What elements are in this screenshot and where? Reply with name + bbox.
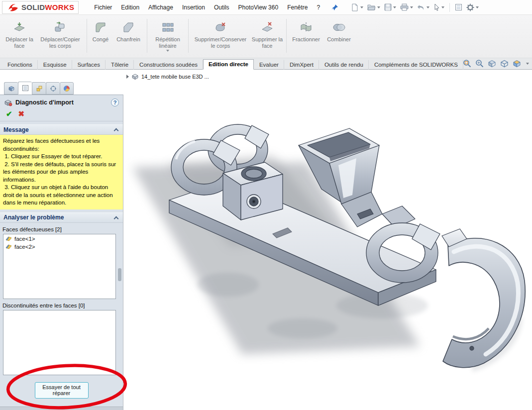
section-view-button[interactable] [487, 59, 497, 68]
feature-statistics-button[interactable] [453, 2, 464, 12]
list-item-face-1[interactable]: face<1> [3, 234, 115, 242]
displaymanager-tab[interactable] [60, 82, 74, 95]
ok-button[interactable]: ✔ [6, 109, 12, 118]
zoom-fit-button[interactable] [462, 59, 472, 68]
save-floppy-icon [384, 3, 392, 11]
ribbon-button-label: Supprimer/Conserver le corps [192, 36, 249, 49]
ribbon-linear-pattern-button[interactable]: Répétition linéaire [149, 18, 186, 54]
move-copy-bodies-icon [54, 20, 67, 35]
menu-edition[interactable]: Edition [116, 1, 144, 13]
printer-icon [400, 3, 409, 11]
select-cursor-icon [433, 3, 440, 11]
tab-evaluer[interactable]: Evaluer [254, 60, 284, 70]
caret-down-icon [441, 6, 444, 8]
configurationmanager-tab[interactable] [32, 82, 46, 95]
message-box: Réparez les faces défectueuses et les di… [0, 135, 123, 209]
zoom-area-button[interactable] [475, 59, 484, 68]
ribbon-move-copy-bodies-button[interactable]: Déplacer/Copier les corps [36, 18, 85, 51]
list-item-face-2[interactable]: face<2> [3, 242, 115, 250]
tab-dimxpert[interactable]: DimXpert [284, 60, 319, 70]
message-section-header[interactable]: Message [0, 124, 123, 135]
analyze-header-label: Analyser le problème [3, 214, 64, 221]
save-button[interactable] [383, 2, 398, 12]
propertymanager-tab[interactable] [18, 82, 32, 95]
gaps-label: Discontinuités entre les faces [0] [2, 303, 121, 308]
menu-photoview-360[interactable]: PhotoView 360 [234, 1, 283, 13]
face-icon [5, 236, 12, 242]
ribbon-fillet-button[interactable]: Congé [89, 18, 112, 45]
display-style-button[interactable] [512, 59, 522, 68]
graphics-viewport[interactable]: 14_tete mobile buse E3D ... [123, 70, 532, 410]
ribbon-button-label: Chanfrein [116, 36, 140, 43]
panel-title-row: Diagnostic d'import ? [0, 95, 123, 108]
tab-fonctions[interactable]: Fonctions [2, 60, 38, 70]
new-document-button[interactable] [349, 2, 365, 12]
tab-edition-directe[interactable]: Edition directe [203, 59, 254, 70]
panel-scrollbar-handle[interactable] [118, 268, 121, 281]
propertymanager-tab-icon [22, 85, 29, 92]
ribbon-combine-button[interactable]: Combiner [323, 18, 354, 45]
caret-down-icon [526, 63, 529, 65]
pin-toolbar-button[interactable] [331, 4, 338, 11]
message-header-label: Message [3, 126, 29, 133]
ribbon-move-face-button[interactable]: Déplacer la face [3, 18, 36, 51]
open-folder-icon [367, 3, 376, 11]
menu-bar: SOLIDWORKS Fichier Edition Affichage Ins… [0, 0, 532, 15]
ribbon-button-label: Fractionner [292, 36, 320, 43]
displaymanager-tab-icon [63, 85, 70, 92]
zoom-area-icon [475, 59, 484, 68]
print-button[interactable] [399, 2, 415, 12]
tab-esquisse[interactable]: Esquisse [38, 60, 72, 70]
ribbon-button-label: Répétition linéaire [150, 36, 185, 49]
configurationmanager-tab-icon [36, 85, 43, 92]
menu-help[interactable]: ? [312, 1, 324, 13]
attempt-to-heal-all-button[interactable]: Essayer de tout réparer [35, 382, 89, 399]
help-button[interactable]: ? [111, 99, 119, 106]
tab-surfaces[interactable]: Surfaces [72, 60, 106, 70]
menu-fenetre[interactable]: Fenêtre [283, 1, 312, 13]
dimxpertmanager-tab[interactable] [46, 82, 60, 95]
select-button[interactable] [432, 2, 446, 12]
gaps-list [3, 310, 116, 375]
delete-keep-body-icon [214, 20, 227, 35]
caret-down-icon [393, 6, 396, 8]
zoom-fit-icon [463, 59, 471, 68]
view-orientation-button[interactable] [500, 59, 509, 68]
ribbon-separator [147, 19, 147, 53]
move-face-icon [13, 20, 26, 35]
new-document-icon [351, 3, 359, 11]
document-title[interactable]: 14_tete mobile buse E3D ... [141, 74, 209, 80]
menu-outils[interactable]: Outils [210, 1, 234, 13]
ribbon-split-button[interactable]: Fractionner [289, 18, 323, 45]
cancel-button[interactable]: ✖ [18, 109, 25, 118]
brand-solid-text: SOLID [21, 3, 45, 11]
menu-affichage[interactable]: Affichage [144, 1, 178, 13]
featuremanager-tab[interactable] [4, 82, 18, 95]
tab-constructions-soudees[interactable]: Constructions soudées [134, 60, 203, 70]
view-orientation-icon [500, 59, 509, 68]
feature-tree-root-node: 14_tete mobile buse E3D ... [126, 73, 209, 80]
expand-arrow-icon[interactable] [126, 75, 129, 79]
face-item-label: face<2> [14, 244, 35, 250]
dimxpertmanager-tab-icon [50, 85, 57, 92]
display-style-icon [513, 59, 521, 68]
ribbon-delete-keep-body-button[interactable]: Supprimer/Conserver le corps [191, 18, 250, 51]
options-button[interactable] [465, 2, 480, 12]
open-document-button[interactable] [366, 2, 382, 12]
tab-tolerie[interactable]: Tôlerie [106, 60, 134, 70]
undo-button[interactable] [416, 3, 431, 12]
main-area: 14_tete mobile buse E3D ... [0, 70, 532, 410]
menu-insertion[interactable]: Insertion [178, 1, 210, 13]
ribbon-delete-face-button[interactable]: Supprimer la face [250, 18, 284, 51]
combine-icon [332, 20, 345, 35]
tab-outils-de-rendu[interactable]: Outils de rendu [319, 60, 369, 70]
tab-complements-solidworks[interactable]: Compléments de SOLIDWORKS [369, 60, 463, 70]
delete-face-icon [261, 20, 274, 35]
view-heads-up-toolbar [462, 59, 529, 68]
menu-items: Fichier Edition Affichage Insertion Outi… [90, 1, 324, 13]
ribbon-chamfer-button[interactable]: Chanfrein [112, 18, 145, 45]
menu-fichier[interactable]: Fichier [90, 1, 116, 13]
analyze-section-header[interactable]: Analyser le problème [0, 212, 123, 223]
command-ribbon: Déplacer la face Déplacer/Copier les cor… [0, 15, 532, 58]
caret-down-icon [426, 6, 429, 8]
